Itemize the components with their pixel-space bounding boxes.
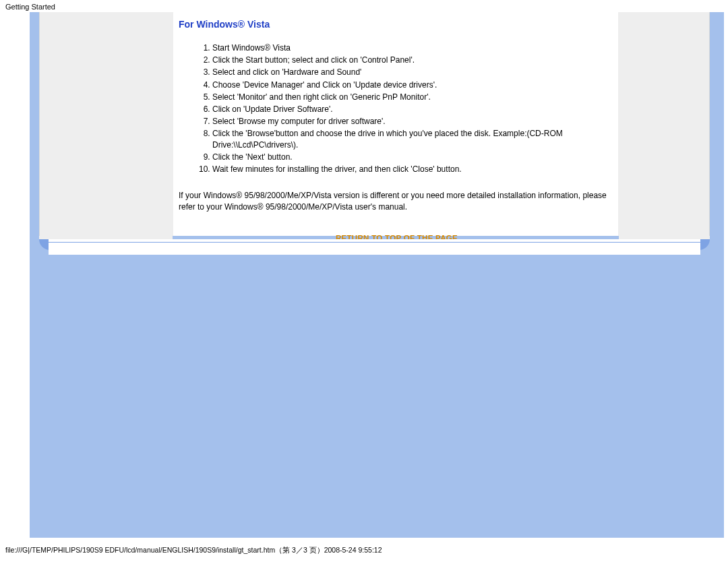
list-item: Start Windows® Vista (212, 42, 615, 54)
list-item: Select 'Browse my computer for driver so… (212, 115, 615, 127)
list-item: Select and click on 'Hardware and Sound' (212, 66, 615, 78)
header-title: Getting Started (5, 3, 55, 11)
content-card: For Windows® Vista Start Windows® Vista … (39, 12, 710, 236)
list-item: Click the 'Next' button. (212, 151, 615, 163)
steps-list: Start Windows® Vista Click the Start but… (179, 42, 615, 175)
main-text-area: For Windows® Vista Start Windows® Vista … (179, 19, 615, 243)
footer-file-path: file:///G|/TEMP/PHILIPS/190S9 EDFU/lcd/m… (5, 546, 382, 555)
card-bottom-border (39, 239, 710, 259)
list-item: Select 'Monitor' and then right click on… (212, 91, 615, 103)
bottom-white-strip (49, 243, 700, 255)
list-item: Click the 'Browse'button and choose the … (212, 127, 615, 150)
note-paragraph: If your Windows® 95/98/2000/Me/XP/Vista … (179, 190, 615, 213)
list-item: Click on 'Update Driver Software'. (212, 103, 615, 115)
page-header: Getting Started (0, 0, 728, 12)
rounded-corner-right (699, 239, 710, 250)
list-item: Wait few minutes for installing the driv… (212, 163, 615, 175)
section-heading: For Windows® Vista (179, 19, 615, 30)
right-sidebar-grey (618, 12, 709, 236)
left-sidebar-grey (40, 12, 173, 236)
list-item: Click the Start button; select and click… (212, 54, 615, 66)
list-item: Choose 'Device Manager' and Click on 'Up… (212, 79, 615, 91)
